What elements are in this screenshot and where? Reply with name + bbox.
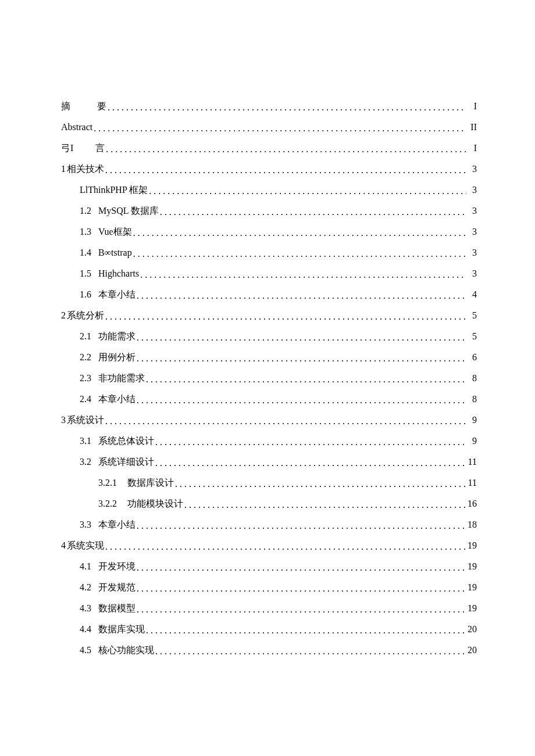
toc-entry: 2.4本章小结8 <box>61 389 477 410</box>
toc-entry-page: 3 <box>466 221 477 242</box>
toc-leader-dots <box>175 474 466 493</box>
toc-leader-dots <box>106 139 466 159</box>
toc-entry-number: 摘 <box>61 96 70 117</box>
toc-entry-label: 3.2.2功能模块设计 <box>98 493 184 514</box>
toc-entry-page: 19 <box>466 598 477 619</box>
toc-entry-label: 摘要 <box>61 96 108 117</box>
toc-entry-page: 6 <box>466 347 477 368</box>
toc-leader-dots <box>137 599 466 619</box>
toc-entry-title: B∞tstrap <box>98 248 132 257</box>
toc-leader-dots <box>137 515 466 535</box>
toc-entry-label: 1.3Vue框架 <box>80 221 133 242</box>
toc-leader-dots <box>137 557 466 577</box>
toc-entry-label: 2.2用例分析 <box>80 347 137 368</box>
toc-entry-number: 2.3 <box>80 368 91 389</box>
toc-leader-dots <box>184 495 466 514</box>
toc-entry-label: 3.2.1数据库设计 <box>98 472 175 493</box>
toc-entry: 2.2用例分析6 <box>61 347 477 368</box>
toc-entry-page: 5 <box>466 326 477 347</box>
toc-entry-label: 2.1功能需求 <box>80 326 137 347</box>
toc-entry-page: 20 <box>466 619 477 640</box>
toc-entry: 摘要I <box>61 96 477 117</box>
toc-entry-label: 4.1开发环境 <box>80 556 137 577</box>
toc-entry-label: 2系统分析 <box>61 305 105 326</box>
toc-entry-title: 数据库设计 <box>127 478 174 488</box>
toc-entry-title: 系统详细设计 <box>98 457 154 467</box>
toc-entry-label: 4.5核心功能实现 <box>80 640 155 661</box>
toc-entry-number: 3.1 <box>80 431 91 452</box>
toc-entry-label: 4.4数据库实现 <box>80 619 146 640</box>
toc-entry-label: 3.2系统详细设计 <box>80 452 155 472</box>
toc-entry-title: 相关技术 <box>67 164 104 174</box>
toc-entry-title: 开发规范 <box>98 582 135 592</box>
toc-entry-label: 1.4B∞tstrap <box>80 242 133 263</box>
toc-entry-label: 1.6本章小结 <box>80 284 137 305</box>
toc-entry-page: 3 <box>466 242 477 263</box>
toc-leader-dots <box>105 411 466 431</box>
toc-entry-number: 1.3 <box>80 221 91 242</box>
toc-entry-title: 功能模块设计 <box>127 499 183 508</box>
toc-entry-label: LlThinkPHP 框架 <box>80 180 149 200</box>
toc-entry: 4.4数据库实现20 <box>61 619 477 640</box>
toc-leader-dots <box>146 369 466 389</box>
toc-entry-title: Vue框架 <box>98 227 132 237</box>
toc-entry-page: 3 <box>466 180 477 200</box>
toc-leader-dots <box>137 348 466 368</box>
toc-entry-title: 系统设计 <box>67 415 104 425</box>
toc-entry: 4.1开发环境19 <box>61 556 477 577</box>
toc-entry-page: 3 <box>466 159 477 180</box>
toc-entry-page: I <box>466 138 477 159</box>
toc-entry-title: 数据模型 <box>98 603 135 613</box>
toc-leader-dots <box>133 223 466 242</box>
toc-entry: 1.2MySQL 数据库3 <box>61 200 477 221</box>
toc-entry-number: 3.2.2 <box>98 493 117 514</box>
toc-leader-dots <box>133 243 466 263</box>
toc-entry: AbstractII <box>61 117 477 138</box>
toc-entry: 4.3数据模型19 <box>61 598 477 619</box>
toc-leader-dots <box>155 453 466 472</box>
toc-leader-dots <box>155 432 466 452</box>
toc-entry-number: 1.6 <box>80 284 91 305</box>
toc-entry-number: 1.4 <box>80 242 91 263</box>
toc-entry: 3系统设计9 <box>61 410 477 431</box>
toc-entry: 1.4B∞tstrap3 <box>61 242 477 263</box>
toc-entry-page: 19 <box>466 577 477 598</box>
toc-entry-label: 3.3本章小结 <box>80 514 137 535</box>
toc-entry-label: 弓I言 <box>61 138 106 159</box>
toc-entry-page: 19 <box>466 535 477 556</box>
toc-entry-title: 非功能需求 <box>98 373 145 383</box>
toc-entry-title: 本章小结 <box>98 394 135 404</box>
toc-entry-number: 4.1 <box>80 556 91 577</box>
toc-leader-dots <box>137 390 466 410</box>
toc-entry: 1.5Highcharts3 <box>61 263 477 284</box>
toc-entry-number: 3 <box>61 410 66 431</box>
toc-entry-page: 8 <box>466 368 477 389</box>
toc-leader-dots <box>105 160 466 180</box>
toc-entry-page: I <box>466 96 477 117</box>
toc-leader-dots <box>149 181 466 200</box>
toc-entry-page: 5 <box>466 305 477 326</box>
toc-entry-label: 4.2开发规范 <box>80 577 137 598</box>
toc-entry-title: 本章小结 <box>98 289 135 299</box>
toc-entry-number: 3.3 <box>80 514 91 535</box>
toc-entry-label: 2.4本章小结 <box>80 389 137 410</box>
toc-entry: 1相关技术3 <box>61 159 477 180</box>
toc-entry-label: 4.3数据模型 <box>80 598 137 619</box>
toc-leader-dots <box>155 641 466 661</box>
toc-entry-title: 要 <box>97 101 106 111</box>
toc-leader-dots <box>137 285 466 305</box>
toc-entry-title: LlThinkPHP 框架 <box>80 185 148 195</box>
toc-entry-title: 本章小结 <box>98 519 135 529</box>
toc-entry: 4.2开发规范19 <box>61 577 477 598</box>
toc-entry: 2.3非功能需求8 <box>61 368 477 389</box>
toc-entry: 2系统分析5 <box>61 305 477 326</box>
toc-entry: 1.6本章小结4 <box>61 284 477 305</box>
toc-entry-title: 数据库实现 <box>98 624 145 634</box>
toc-leader-dots <box>160 202 466 221</box>
toc-entry-label: 1.2MySQL 数据库 <box>80 200 160 221</box>
toc-entry-page: 19 <box>466 556 477 577</box>
toc-entry: 2.1功能需求5 <box>61 326 477 347</box>
toc-entry-number: 1.5 <box>80 263 91 284</box>
toc-entry-number: 4.4 <box>80 619 91 640</box>
toc-entry-number: 4 <box>61 535 66 556</box>
